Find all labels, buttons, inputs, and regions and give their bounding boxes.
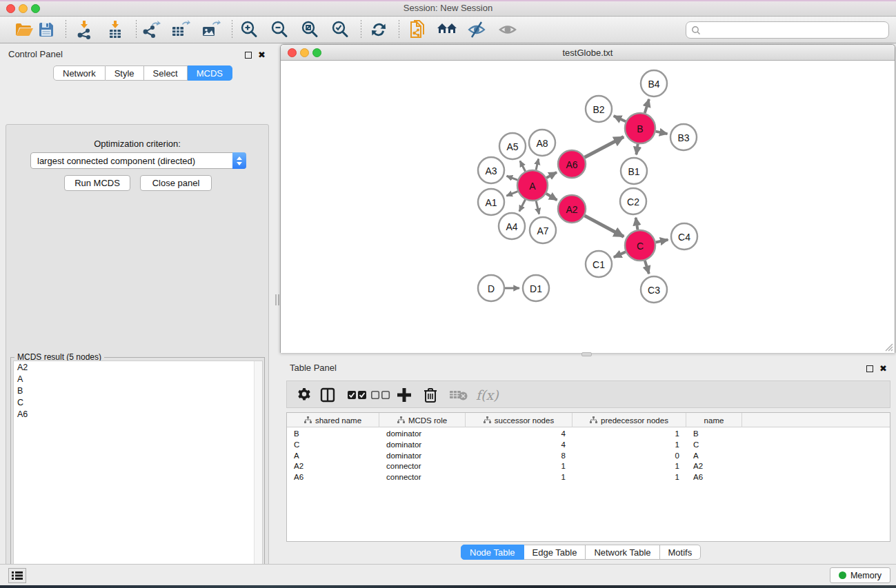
graph-node-A8[interactable]: A8 [529,130,555,156]
zoom-out-icon[interactable] [268,20,290,39]
graph-edge-B-B4[interactable] [645,99,649,113]
import-table-icon[interactable] [104,20,126,39]
table-settings-gear-icon[interactable] [297,385,312,405]
export-network-icon[interactable] [139,20,161,39]
table-row[interactable]: Bdominator41B [287,429,890,440]
table-tab-motifs[interactable]: Motifs [660,545,701,560]
zoom-fit-icon[interactable] [299,20,321,39]
export-table-icon[interactable] [169,20,191,39]
graph-edge-B-B3[interactable] [656,132,668,134]
mcds-result-item[interactable]: A [14,373,262,385]
graph-edge-A6-B[interactable] [585,137,624,158]
zoom-in-icon[interactable] [238,20,260,39]
graph-edge-A-A8[interactable] [536,159,539,170]
network-view-window[interactable]: testGlobe.txt B4B2BB3A5A8A6B1A3AC2A1A2A4… [280,44,895,353]
table-row[interactable]: A2connector11A2 [287,461,890,472]
column-header-name[interactable]: name [686,413,742,427]
column-header-shared-name[interactable]: shared name [287,413,379,427]
float-table-panel-icon[interactable] [866,365,873,372]
graph-node-D1[interactable]: D1 [523,275,549,301]
table-cell[interactable]: 0 [573,451,686,462]
delete-column-trash-icon[interactable] [424,385,437,405]
search-input[interactable] [704,23,884,37]
graph-edge-C-C1[interactable] [614,252,626,257]
mcds-result-item[interactable]: A6 [14,408,262,420]
node-table[interactable]: shared nameMCDS rolesuccessor nodesprede… [286,412,890,542]
graph-edge-A-A4[interactable] [519,200,526,212]
table-cell[interactable]: 1 [466,472,573,483]
column-header-successor-nodes[interactable]: successor nodes [466,413,573,427]
zoom-selected-icon[interactable] [329,20,351,39]
refresh-icon[interactable] [368,20,390,39]
table-cell[interactable]: 1 [573,440,686,451]
table-cell[interactable]: 4 [466,429,573,440]
graph-node-A[interactable]: A [517,170,548,201]
table-row[interactable]: A6connector11A6 [287,472,890,483]
graph-node-B[interactable]: B [625,113,655,143]
window-resize-grip[interactable] [884,342,893,352]
table-cell[interactable]: A2 [287,461,379,472]
table-cell[interactable]: dominator [379,451,466,462]
graph-node-C2[interactable]: C2 [620,188,646,214]
table-cell[interactable]: A [686,451,742,462]
graph-edge-C-C3[interactable] [645,261,649,274]
column-header-predecessor-nodes[interactable]: predecessor nodes [573,413,686,427]
table-cell[interactable]: B [686,429,742,440]
network-window-titlebar[interactable]: testGlobe.txt [281,45,895,61]
graph-node-A1[interactable]: A1 [478,189,504,215]
table-cell[interactable]: dominator [379,440,466,451]
table-tab-network-table[interactable]: Network Table [586,545,659,560]
close-panel-icon[interactable]: ✖ [258,50,266,60]
add-column-plus-icon[interactable] [397,385,411,405]
table-row[interactable]: Adominator80A [287,451,890,462]
graph-edge-A-A2[interactable] [546,194,557,200]
network-canvas[interactable]: B4B2BB3A5A8A6B1A3AC2A1A2A4A7C4CC1C3DD1 [281,61,895,353]
import-network-icon[interactable] [73,20,95,39]
memory-button[interactable]: Memory [830,567,890,583]
close-panel-button[interactable]: Close panel [140,175,212,191]
close-table-panel-icon[interactable]: ✖ [879,363,887,374]
table-cell[interactable]: C [686,440,742,451]
table-cell[interactable]: A [287,451,379,462]
graph-node-B1[interactable]: B1 [621,158,647,184]
table-cell[interactable]: 1 [466,461,573,472]
hide-selected-eye-icon[interactable] [466,20,488,39]
run-mcds-button[interactable]: Run MCDS [64,175,130,191]
table-cell[interactable]: A6 [287,472,379,483]
graph-edge-A-A5[interactable] [520,161,526,171]
table-cell[interactable]: A2 [686,461,742,472]
graph-edge-A-A1[interactable] [506,192,517,196]
graph-edge-A-A3[interactable] [507,176,518,180]
table-cell[interactable]: 1 [573,461,686,472]
table-cell[interactable]: connector [379,472,466,483]
horizontal-splitter-grip[interactable] [581,352,592,356]
criterion-dropdown[interactable]: largest connected component (directed) [30,152,246,169]
control-tab-mcds[interactable]: MCDS [188,65,232,81]
column-layout-icon[interactable] [320,385,335,405]
table-cell[interactable]: 4 [466,440,573,451]
graph-node-D[interactable]: D [478,275,504,301]
graph-node-A6[interactable]: A6 [558,150,586,178]
table-cell[interactable]: 8 [466,451,573,462]
new-network-from-selection-icon[interactable] [406,20,428,39]
graph-node-C1[interactable]: C1 [586,251,612,277]
task-history-button[interactable] [8,568,26,583]
table-cell[interactable]: 1 [573,472,686,483]
graph-node-A5[interactable]: A5 [499,133,526,159]
graph-edge-B-B2[interactable] [614,116,626,121]
export-image-icon[interactable] [199,20,221,39]
save-session-icon[interactable] [35,20,57,39]
graph-node-A3[interactable]: A3 [478,157,504,183]
show-all-eye-icon[interactable] [497,20,519,39]
table-tab-node-table[interactable]: Node Table [461,545,524,560]
table-cell[interactable]: dominator [379,429,466,440]
graph-node-C3[interactable]: C3 [641,276,667,303]
graph-edge-C-C4[interactable] [656,240,668,243]
mcds-result-item[interactable]: A2 [14,361,262,373]
control-tab-network[interactable]: Network [53,65,106,81]
graph-node-A7[interactable]: A7 [530,217,556,243]
search-box[interactable] [686,21,889,39]
table-row[interactable]: Cdominator41C [287,440,890,451]
select-all-checkboxes-icon[interactable] [348,385,367,405]
graph-edge-B-B1[interactable] [636,144,637,154]
